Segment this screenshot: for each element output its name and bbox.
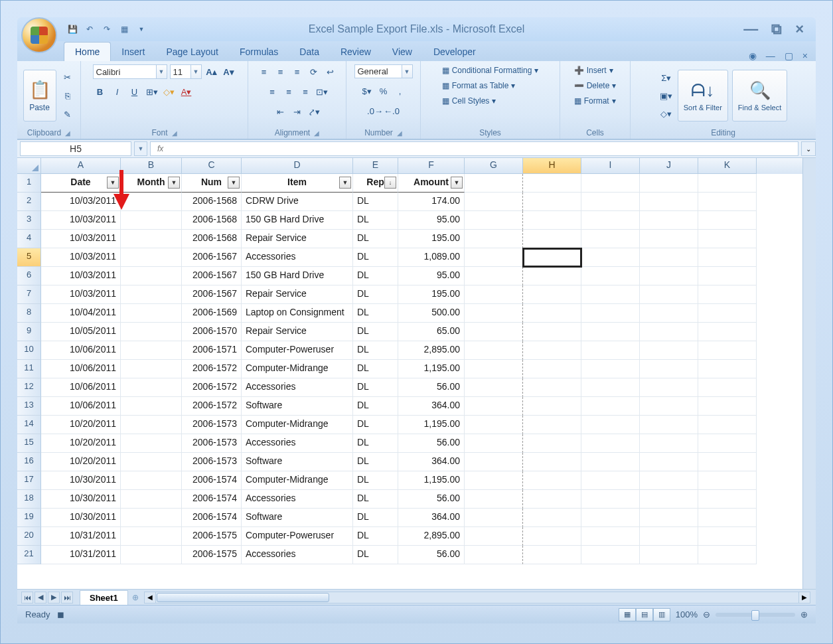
cell[interactable] [581, 341, 640, 360]
cell[interactable]: 2006-1573 [182, 453, 242, 471]
cell[interactable]: 10/04/2011 [41, 304, 121, 323]
cell[interactable]: 2006-1567 [182, 267, 242, 285]
fill-color-icon[interactable]: ◇▾ [162, 84, 177, 99]
cell[interactable] [465, 211, 523, 230]
cell[interactable] [121, 509, 182, 527]
col-header-G[interactable]: G [465, 158, 523, 174]
cell[interactable]: 2006-1568 [182, 211, 242, 230]
cell[interactable] [640, 416, 698, 434]
cell[interactable] [465, 193, 523, 211]
cell[interactable]: Date▼ [41, 174, 121, 193]
row-header[interactable]: 9 [17, 323, 41, 341]
cell[interactable]: CDRW Drive [242, 193, 353, 211]
cell[interactable] [523, 509, 581, 527]
cell[interactable] [698, 471, 757, 490]
row-header[interactable]: 17 [17, 471, 41, 490]
alignment-launcher-icon[interactable]: ◢ [314, 129, 319, 137]
cell[interactable] [640, 285, 698, 304]
cell[interactable] [698, 360, 757, 378]
cell[interactable]: 2006-1572 [182, 397, 242, 416]
cell[interactable]: 10/20/2011 [41, 453, 121, 471]
cell[interactable] [465, 341, 523, 360]
cell[interactable] [698, 509, 757, 527]
row-header[interactable]: 1 [17, 174, 41, 193]
office-button[interactable] [21, 17, 57, 53]
cell[interactable] [581, 527, 640, 546]
row-header[interactable]: 6 [17, 267, 41, 285]
cell[interactable] [698, 248, 757, 267]
cell[interactable] [698, 323, 757, 341]
cell[interactable]: 195.00 [398, 285, 465, 304]
cell[interactable] [121, 360, 182, 378]
cell[interactable]: DL [353, 509, 398, 527]
cell[interactable]: DL [353, 304, 398, 323]
cell[interactable] [581, 248, 640, 267]
cell[interactable] [465, 527, 523, 546]
cell[interactable]: 56.00 [398, 490, 465, 509]
cell[interactable]: DL [353, 546, 398, 564]
cell[interactable] [698, 230, 757, 248]
cell[interactable]: 2006-1572 [182, 360, 242, 378]
cell[interactable]: DL [353, 453, 398, 471]
cell[interactable]: 56.00 [398, 546, 465, 564]
cell[interactable]: 10/03/2011 [41, 230, 121, 248]
cell[interactable] [581, 230, 640, 248]
cell[interactable]: Repair Service [242, 230, 353, 248]
col-header-C[interactable]: C [182, 158, 242, 174]
cell[interactable] [640, 471, 698, 490]
zoom-slider[interactable] [716, 613, 795, 617]
cell[interactable] [121, 546, 182, 564]
cell[interactable] [121, 304, 182, 323]
cell[interactable] [581, 323, 640, 341]
cell[interactable]: 10/30/2011 [41, 471, 121, 490]
cell[interactable] [581, 471, 640, 490]
col-header-D[interactable]: D [242, 158, 353, 174]
cell[interactable] [465, 546, 523, 564]
cell[interactable]: 10/03/2011 [41, 267, 121, 285]
number-launcher-icon[interactable]: ◢ [397, 129, 402, 137]
cell[interactable]: Repair Service [242, 323, 353, 341]
delete-button[interactable]: ➖Delete ▾ [573, 80, 618, 92]
cell[interactable]: 1,195.00 [398, 360, 465, 378]
cell[interactable]: 2006-1567 [182, 248, 242, 267]
cell[interactable]: 2006-1570 [182, 323, 242, 341]
inc-decimal-icon[interactable]: .0→ [368, 104, 382, 118]
cell[interactable]: DL [353, 471, 398, 490]
cell[interactable] [523, 471, 581, 490]
filter-button[interactable]: ▼ [451, 177, 463, 189]
cell[interactable] [698, 193, 757, 211]
col-header-F[interactable]: F [398, 158, 465, 174]
cell[interactable] [640, 341, 698, 360]
cut-icon[interactable]: ✂ [60, 70, 75, 84]
row-header[interactable]: 21 [17, 546, 41, 564]
cell[interactable] [121, 248, 182, 267]
cell[interactable]: 10/06/2011 [41, 341, 121, 360]
cell[interactable]: 10/30/2011 [41, 509, 121, 527]
cell[interactable] [465, 378, 523, 397]
cell[interactable]: 10/06/2011 [41, 378, 121, 397]
filter-button[interactable]: ▼ [228, 177, 240, 189]
align-bottom-icon[interactable]: ≡ [290, 64, 305, 79]
cell[interactable] [523, 416, 581, 434]
col-header-K[interactable]: K [698, 158, 757, 174]
cell[interactable] [465, 416, 523, 434]
cell[interactable] [523, 341, 581, 360]
cell[interactable]: 10/03/2011 [41, 211, 121, 230]
col-header-I[interactable]: I [581, 158, 640, 174]
cell[interactable]: Item▼ [242, 174, 353, 193]
cell[interactable]: Computer-Midrange [242, 360, 353, 378]
row-header[interactable]: 10 [17, 341, 41, 360]
cell[interactable] [523, 193, 581, 211]
cell[interactable]: Num▼ [182, 174, 242, 193]
cell[interactable] [698, 378, 757, 397]
cell[interactable]: 2006-1574 [182, 509, 242, 527]
cell[interactable] [581, 509, 640, 527]
cell[interactable]: 10/06/2011 [41, 360, 121, 378]
doc-restore-icon[interactable]: ▢ [785, 50, 793, 61]
cell[interactable]: DL [353, 248, 398, 267]
cell[interactable] [581, 267, 640, 285]
sheet-tab[interactable]: Sheet1 [80, 590, 128, 605]
cell[interactable] [465, 304, 523, 323]
cell[interactable] [640, 211, 698, 230]
cell[interactable] [121, 323, 182, 341]
